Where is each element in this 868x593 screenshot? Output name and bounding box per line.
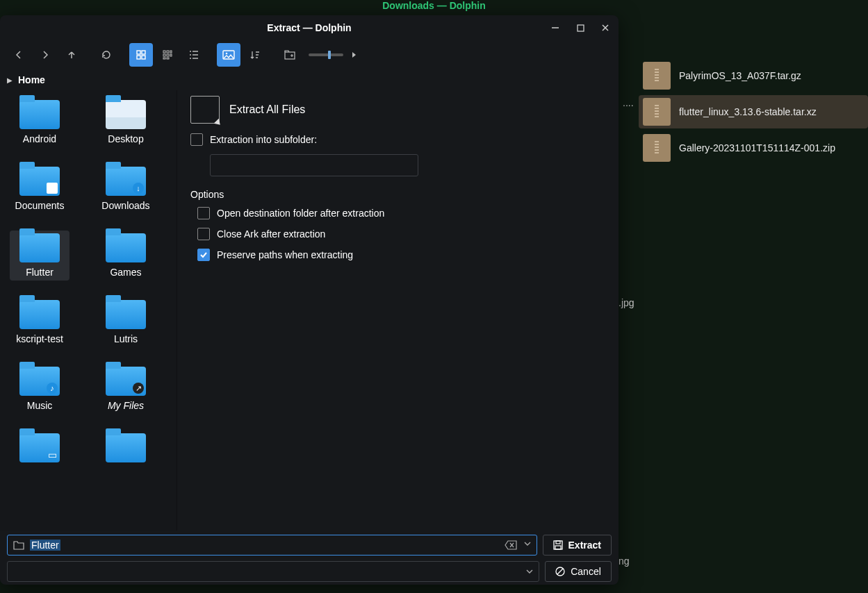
- folder-icon: ▭: [19, 433, 60, 462]
- preserve-paths-checkbox[interactable]: [197, 249, 210, 261]
- folder-label: My Files: [108, 400, 144, 411]
- subfolder-input[interactable]: [210, 154, 418, 176]
- folder-icon: [13, 541, 24, 550]
- back-button[interactable]: [7, 43, 31, 67]
- breadcrumb-home[interactable]: Home: [18, 74, 45, 85]
- svg-rect-5: [163, 51, 165, 53]
- folder-icon: [106, 300, 146, 329]
- breadcrumb-bar[interactable]: ▶ Home: [0, 69, 619, 90]
- extract-button[interactable]: Extract: [543, 535, 612, 556]
- folder-item[interactable]: Desktop: [96, 97, 156, 147]
- zoom-slider[interactable]: [309, 53, 343, 56]
- folder-icon: ♪: [19, 367, 60, 396]
- svg-rect-0: [578, 25, 584, 31]
- folder-item[interactable]: Android: [10, 97, 69, 147]
- svg-rect-17: [556, 541, 560, 544]
- folder-item[interactable]: Flutter: [10, 231, 69, 281]
- svg-rect-8: [163, 54, 165, 56]
- folder-icon: [106, 100, 146, 129]
- folder-item[interactable]: Games: [96, 231, 156, 281]
- breadcrumb-expand-icon[interactable]: ▶: [7, 76, 13, 84]
- folder-item[interactable]: ↓Downloads: [96, 164, 156, 214]
- folder-item[interactable]: ↗My Files: [96, 364, 156, 414]
- details-view-button[interactable]: [182, 43, 206, 67]
- new-folder-button[interactable]: [278, 43, 302, 67]
- folder-grid: AndroidDesktopDocuments↓DownloadsFlutter…: [0, 90, 177, 531]
- filename-input[interactable]: Flutter: [7, 535, 537, 556]
- extract-icon: [190, 96, 220, 124]
- dropdown-icon[interactable]: [526, 568, 533, 575]
- reload-button[interactable]: [95, 43, 118, 67]
- svg-rect-10: [170, 54, 172, 56]
- truncated-text: .jpg: [619, 297, 634, 308]
- svg-rect-12: [167, 58, 169, 59]
- cancel-button-label: Cancel: [571, 566, 601, 577]
- save-icon: [553, 540, 563, 550]
- subfolder-checkbox[interactable]: [190, 133, 203, 146]
- preview-button[interactable]: [217, 43, 240, 67]
- folder-icon: [19, 167, 60, 196]
- close-ark-checkbox[interactable]: [197, 228, 210, 240]
- svg-rect-4: [142, 56, 145, 59]
- clear-icon[interactable]: [505, 540, 517, 550]
- icons-view-button[interactable]: [129, 43, 153, 67]
- folder-icon: [106, 233, 146, 262]
- music-overlay-icon: ♪: [47, 383, 58, 394]
- svg-rect-6: [167, 51, 169, 53]
- folder-item[interactable]: [96, 431, 156, 469]
- close-button[interactable]: [599, 22, 612, 34]
- maximize-button[interactable]: [574, 22, 587, 34]
- folder-icon: [19, 233, 60, 262]
- folder-item[interactable]: ▭: [10, 431, 69, 469]
- truncated-text: ng: [619, 556, 630, 567]
- sort-button[interactable]: [243, 43, 267, 67]
- options-label: Options: [190, 189, 605, 200]
- folder-label: Music: [27, 400, 53, 411]
- zoom-expand-icon[interactable]: [350, 43, 359, 67]
- background-window-title: Downloads — Dolphin: [0, 0, 868, 14]
- open-destination-checkbox[interactable]: [197, 207, 210, 219]
- window-title: Extract — Dolphin: [267, 22, 351, 33]
- folder-icon: [19, 300, 60, 329]
- background-file-item[interactable]: PalyrimOS_13_A037F.tar.gz: [639, 59, 868, 92]
- subfolder-label: Extraction into subfolder:: [210, 134, 317, 145]
- cancel-button[interactable]: Cancel: [545, 561, 612, 582]
- folder-label: Downloads: [101, 200, 149, 211]
- svg-rect-1: [137, 51, 140, 54]
- extract-heading: Extract All Files: [229, 103, 305, 116]
- extract-options-panel: Extract All Files Extraction into subfol…: [177, 90, 619, 531]
- folder-item[interactable]: Documents: [10, 164, 69, 214]
- filter-input[interactable]: [7, 561, 539, 582]
- download-overlay-icon: ↓: [133, 183, 144, 194]
- document-overlay-icon: [47, 183, 58, 194]
- archive-icon: [643, 62, 671, 90]
- up-button[interactable]: [60, 43, 83, 67]
- folder-label: Lutris: [114, 333, 138, 344]
- compact-view-button[interactable]: [156, 43, 179, 67]
- picture-overlay-icon: ▭: [47, 449, 58, 460]
- extract-dialog-window: Extract — Dolphin ▶: [0, 15, 619, 585]
- folder-label: Android: [23, 133, 56, 144]
- svg-rect-18: [555, 546, 561, 549]
- forward-button[interactable]: [33, 43, 57, 67]
- extract-button-label: Extract: [568, 540, 601, 551]
- folder-item[interactable]: Lutris: [96, 297, 156, 347]
- svg-rect-3: [137, 56, 140, 59]
- link-overlay-icon: ↗: [133, 383, 144, 394]
- background-file-item[interactable]: flutter_linux_3.13.6-stable.tar.xz: [639, 95, 868, 128]
- svg-rect-11: [163, 58, 165, 59]
- filename-value: Flutter: [30, 540, 60, 551]
- close-ark-label: Close Ark after extraction: [217, 228, 325, 240]
- minimize-button[interactable]: [549, 22, 562, 34]
- folder-icon: ↗: [106, 367, 146, 396]
- truncated-text: ....: [623, 97, 634, 108]
- folder-icon: [106, 433, 146, 462]
- background-file-item[interactable]: Gallery-20231101T151114Z-001.zip: [639, 131, 868, 165]
- cancel-icon: [555, 567, 565, 576]
- dropdown-icon[interactable]: [524, 540, 531, 550]
- folder-item[interactable]: kscript-test: [10, 297, 69, 347]
- bottom-bar: Flutter Extract Cancel: [0, 531, 619, 585]
- folder-icon: [19, 100, 60, 129]
- folder-item[interactable]: ♪Music: [10, 364, 69, 414]
- svg-rect-9: [167, 54, 169, 56]
